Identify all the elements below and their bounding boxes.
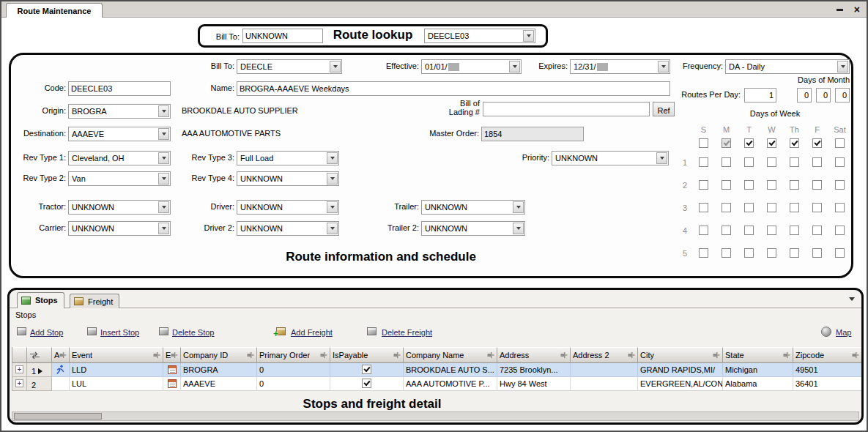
schedule-checkbox-3-th[interactable]: [790, 203, 799, 212]
schedule-checkbox-1-s[interactable]: [699, 157, 708, 167]
schedule-checkbox-1-sat[interactable]: [835, 157, 845, 167]
column-header-state[interactable]: State: [723, 347, 793, 363]
lookup-bill-to-input[interactable]: [242, 29, 323, 43]
horizontal-scrollbar[interactable]: [12, 411, 859, 421]
swap-icon[interactable]: [29, 351, 40, 360]
chevron-down-icon[interactable]: [837, 61, 848, 72]
cell-company-name[interactable]: BROOKDALE AUTO S...: [404, 363, 497, 377]
tab-stops[interactable]: Stops: [17, 292, 64, 308]
schedule-checkbox-1-th[interactable]: [790, 157, 799, 167]
schedule-checkbox-2-f[interactable]: [812, 180, 822, 190]
origin-select[interactable]: BROGRA: [68, 104, 171, 119]
cell-address-2[interactable]: [571, 363, 638, 377]
dow-checkbox-s[interactable]: [699, 138, 708, 148]
minimize-icon[interactable]: [837, 9, 843, 11]
chevron-down-icon[interactable]: [327, 201, 338, 213]
cell-zipcode[interactable]: 49501: [793, 363, 862, 377]
cell-address[interactable]: 7235 Brooklyn...: [497, 363, 571, 377]
chevron-down-icon[interactable]: [330, 61, 341, 72]
chevron-down-icon[interactable]: [327, 223, 338, 234]
chevron-down-icon[interactable]: [849, 297, 855, 301]
column-header-company-name[interactable]: Company Name: [404, 347, 497, 363]
column-header-company-id[interactable]: Company ID: [181, 347, 257, 363]
chevron-down-icon[interactable]: [509, 61, 520, 72]
trailer-select[interactable]: UNKNOWN: [421, 200, 525, 215]
chevron-down-icon[interactable]: [158, 223, 169, 234]
column-header-a[interactable]: A: [52, 347, 70, 363]
days-of-month-input-1[interactable]: [797, 88, 812, 103]
tab-freight[interactable]: Freight: [70, 294, 119, 308]
cell-event[interactable]: LUL: [70, 377, 163, 391]
bill-to-select[interactable]: DEECLE: [237, 59, 342, 74]
cell-address[interactable]: Hwy 84 West: [497, 377, 571, 391]
schedule-checkbox-4-th[interactable]: [790, 226, 799, 235]
calendar-icon[interactable]: [168, 379, 177, 388]
rev-type-2-select[interactable]: Van: [68, 171, 171, 186]
schedule-checkbox-4-w[interactable]: [767, 226, 776, 235]
chevron-down-icon[interactable]: [513, 201, 524, 213]
tractor-select[interactable]: UNKNOWN: [68, 200, 171, 215]
cell-state[interactable]: Michigan: [723, 363, 793, 377]
tab-route-maintenance[interactable]: Route Maintenance: [6, 3, 103, 18]
schedule-checkbox-3-f[interactable]: [812, 203, 822, 212]
schedule-checkbox-2-w[interactable]: [767, 180, 776, 190]
cell-address-2[interactable]: [571, 377, 638, 391]
schedule-checkbox-3-sat[interactable]: [835, 203, 845, 212]
cell-state[interactable]: Alabama: [723, 377, 793, 391]
route-code-select[interactable]: DEECLE03: [424, 29, 535, 43]
schedule-checkbox-1-w[interactable]: [767, 157, 776, 167]
schedule-checkbox-3-m[interactable]: [722, 203, 731, 212]
pin-icon[interactable]: [247, 351, 254, 359]
add-stop-link[interactable]: Add Stop: [30, 328, 63, 337]
expires-select[interactable]: 12/31/: [570, 59, 670, 74]
row-selector[interactable]: 1: [27, 363, 52, 377]
code-input[interactable]: [68, 81, 171, 96]
schedule-checkbox-3-s[interactable]: [699, 203, 708, 212]
pin-icon[interactable]: [59, 351, 67, 359]
dow-checkbox-m[interactable]: [722, 138, 731, 148]
rev-type-4-select[interactable]: UNKNOWN: [237, 171, 339, 186]
cell-company-id[interactable]: BROGRA: [181, 363, 257, 377]
column-header-city[interactable]: City: [638, 347, 723, 363]
calendar-icon[interactable]: [168, 365, 177, 374]
schedule-checkbox-2-sat[interactable]: [835, 180, 845, 190]
column-header-address-2[interactable]: Address 2: [571, 347, 638, 363]
bill-of-lading-input[interactable]: [483, 102, 650, 116]
close-icon[interactable]: ×: [854, 4, 860, 15]
dow-checkbox-f[interactable]: [812, 138, 822, 148]
routes-per-day-input[interactable]: [744, 88, 776, 103]
ispayable-checkbox[interactable]: [362, 379, 371, 388]
schedule-checkbox-2-m[interactable]: [722, 180, 731, 190]
schedule-checkbox-5-m[interactable]: [722, 248, 731, 258]
frequency-select[interactable]: DA - Daily: [725, 59, 850, 74]
schedule-checkbox-1-m[interactable]: [722, 157, 731, 167]
pin-icon[interactable]: [783, 351, 790, 359]
stop-row-2[interactable]: +2LULAAAEVE0AAA AUTOMOTIVE P...Hwy 84 We…: [12, 377, 862, 391]
chevron-down-icon[interactable]: [158, 128, 169, 140]
row-selector[interactable]: 2: [27, 377, 52, 391]
destination-select[interactable]: AAAEVE: [68, 127, 171, 141]
days-of-month-input-3[interactable]: [835, 88, 850, 103]
cell-city[interactable]: GRAND RAPIDS,MI/: [638, 363, 723, 377]
driver-select[interactable]: UNKNOWN: [237, 200, 339, 215]
chevron-down-icon[interactable]: [327, 173, 338, 185]
schedule-checkbox-1-t[interactable]: [744, 157, 754, 167]
pin-icon[interactable]: [713, 351, 720, 359]
chevron-down-icon[interactable]: [658, 61, 669, 72]
chevron-down-icon[interactable]: [158, 105, 169, 117]
stop-row-1[interactable]: +1LLDBROGRA0BROOKDALE AUTO S...7235 Broo…: [12, 363, 862, 377]
pin-icon[interactable]: [393, 351, 401, 359]
schedule-checkbox-4-sat[interactable]: [835, 226, 845, 235]
chevron-down-icon[interactable]: [158, 173, 169, 185]
priority-select[interactable]: UNKNOWN: [552, 151, 669, 165]
driver-2-select[interactable]: UNKNOWN: [237, 221, 339, 236]
column-header-event[interactable]: Event: [70, 347, 163, 363]
delete-stop-link[interactable]: Delete Stop: [172, 328, 214, 337]
chevron-down-icon[interactable]: [158, 152, 169, 164]
carrier-select[interactable]: UNKNOWN: [68, 221, 171, 236]
column-header-address[interactable]: Address: [497, 347, 571, 363]
ref-button[interactable]: Ref: [653, 102, 675, 116]
name-input[interactable]: [237, 81, 670, 96]
schedule-checkbox-5-t[interactable]: [744, 248, 754, 258]
cell-zipcode[interactable]: 36401: [793, 377, 862, 391]
